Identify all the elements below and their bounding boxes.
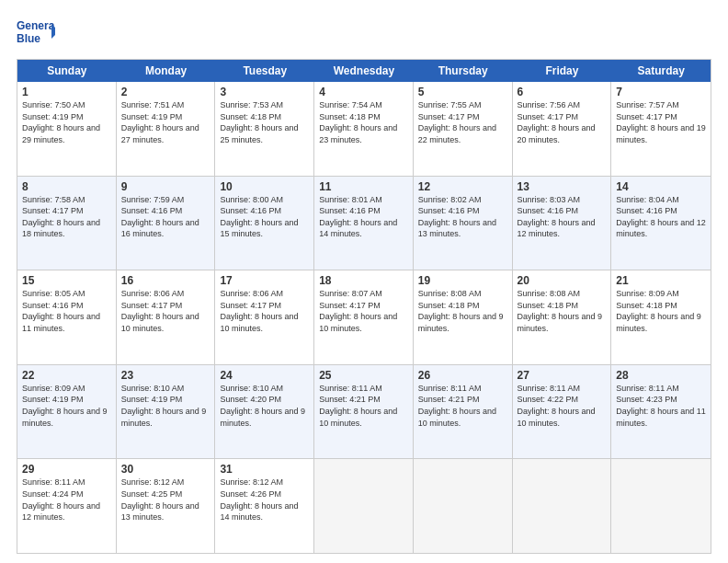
day-number: 5 xyxy=(418,86,507,98)
day-detail: Sunrise: 7:55 AMSunset: 4:17 PMDaylight:… xyxy=(418,99,507,145)
table-row: 30 Sunrise: 8:12 AMSunset: 4:25 PMDaylig… xyxy=(117,459,216,553)
table-row xyxy=(513,459,612,553)
day-number: 6 xyxy=(518,86,607,98)
day-detail: Sunrise: 8:09 AMSunset: 4:19 PMDaylight:… xyxy=(22,383,111,429)
table-row: 28 Sunrise: 8:11 AMSunset: 4:23 PMDaylig… xyxy=(611,365,711,459)
logo-svg: General Blue xyxy=(17,17,55,50)
day-detail: Sunrise: 8:04 AMSunset: 4:16 PMDaylight:… xyxy=(616,194,706,240)
table-row: 24 Sunrise: 8:10 AMSunset: 4:20 PMDaylig… xyxy=(215,365,314,459)
table-row xyxy=(414,459,513,553)
header-day-saturday: Saturday xyxy=(611,60,711,82)
calendar-body: 1 Sunrise: 7:50 AMSunset: 4:19 PMDayligh… xyxy=(17,82,711,553)
week-row-3: 15 Sunrise: 8:05 AMSunset: 4:16 PMDaylig… xyxy=(17,270,711,365)
header-day-monday: Monday xyxy=(117,60,216,82)
table-row: 14 Sunrise: 8:04 AMSunset: 4:16 PMDaylig… xyxy=(611,177,711,270)
day-number: 19 xyxy=(418,274,507,287)
table-row xyxy=(314,459,414,553)
header-day-wednesday: Wednesday xyxy=(314,60,414,82)
day-number: 4 xyxy=(319,86,408,98)
day-number: 20 xyxy=(518,274,607,287)
table-row: 3 Sunrise: 7:53 AMSunset: 4:18 PMDayligh… xyxy=(215,82,314,176)
day-number: 29 xyxy=(22,463,111,476)
day-number: 2 xyxy=(121,86,210,98)
day-number: 30 xyxy=(121,463,210,476)
table-row: 21 Sunrise: 8:09 AMSunset: 4:18 PMDaylig… xyxy=(611,270,711,364)
day-detail: Sunrise: 8:08 AMSunset: 4:18 PMDaylight:… xyxy=(518,288,607,334)
day-detail: Sunrise: 8:02 AMSunset: 4:16 PMDaylight:… xyxy=(418,194,507,240)
calendar-header: SundayMondayTuesdayWednesdayThursdayFrid… xyxy=(17,60,711,82)
day-number: 3 xyxy=(220,86,309,98)
day-detail: Sunrise: 8:06 AMSunset: 4:17 PMDaylight:… xyxy=(121,288,210,334)
day-detail: Sunrise: 8:00 AMSunset: 4:16 PMDaylight:… xyxy=(220,194,309,240)
day-detail: Sunrise: 8:06 AMSunset: 4:17 PMDaylight:… xyxy=(220,288,309,334)
day-detail: Sunrise: 8:10 AMSunset: 4:19 PMDaylight:… xyxy=(121,383,210,429)
day-detail: Sunrise: 8:01 AMSunset: 4:16 PMDaylight:… xyxy=(319,194,408,240)
week-row-2: 8 Sunrise: 7:58 AMSunset: 4:17 PMDayligh… xyxy=(17,177,711,271)
table-row: 7 Sunrise: 7:57 AMSunset: 4:17 PMDayligh… xyxy=(611,82,711,176)
day-detail: Sunrise: 8:11 AMSunset: 4:21 PMDaylight:… xyxy=(418,383,507,429)
day-detail: Sunrise: 8:11 AMSunset: 4:24 PMDaylight:… xyxy=(22,477,111,523)
table-row: 9 Sunrise: 7:59 AMSunset: 4:16 PMDayligh… xyxy=(117,177,216,270)
day-number: 14 xyxy=(616,180,706,193)
table-row: 2 Sunrise: 7:51 AMSunset: 4:19 PMDayligh… xyxy=(117,82,216,176)
table-row: 18 Sunrise: 8:07 AMSunset: 4:17 PMDaylig… xyxy=(314,270,414,364)
table-row: 5 Sunrise: 7:55 AMSunset: 4:17 PMDayligh… xyxy=(414,82,513,176)
day-detail: Sunrise: 8:12 AMSunset: 4:25 PMDaylight:… xyxy=(121,477,210,523)
day-number: 28 xyxy=(616,369,706,382)
day-detail: Sunrise: 8:08 AMSunset: 4:18 PMDaylight:… xyxy=(418,288,507,334)
day-detail: Sunrise: 8:03 AMSunset: 4:16 PMDaylight:… xyxy=(518,194,607,240)
day-number: 23 xyxy=(121,369,210,382)
logo: General Blue xyxy=(17,17,55,50)
day-detail: Sunrise: 7:53 AMSunset: 4:18 PMDaylight:… xyxy=(220,99,309,145)
day-number: 24 xyxy=(220,369,309,382)
table-row: 15 Sunrise: 8:05 AMSunset: 4:16 PMDaylig… xyxy=(17,270,117,364)
day-detail: Sunrise: 7:50 AMSunset: 4:19 PMDaylight:… xyxy=(22,99,111,145)
table-row: 19 Sunrise: 8:08 AMSunset: 4:18 PMDaylig… xyxy=(414,270,513,364)
table-row: 17 Sunrise: 8:06 AMSunset: 4:17 PMDaylig… xyxy=(215,270,314,364)
day-number: 10 xyxy=(220,180,309,193)
day-detail: Sunrise: 7:59 AMSunset: 4:16 PMDaylight:… xyxy=(121,194,210,240)
day-detail: Sunrise: 8:05 AMSunset: 4:16 PMDaylight:… xyxy=(22,288,111,334)
header-day-thursday: Thursday xyxy=(414,60,513,82)
table-row: 16 Sunrise: 8:06 AMSunset: 4:17 PMDaylig… xyxy=(117,270,216,364)
day-number: 26 xyxy=(418,369,507,382)
day-number: 12 xyxy=(418,180,507,193)
calendar: SundayMondayTuesdayWednesdayThursdayFrid… xyxy=(17,59,711,554)
table-row: 1 Sunrise: 7:50 AMSunset: 4:19 PMDayligh… xyxy=(17,82,117,176)
day-number: 7 xyxy=(616,86,706,98)
table-row: 26 Sunrise: 8:11 AMSunset: 4:21 PMDaylig… xyxy=(414,365,513,459)
day-number: 1 xyxy=(22,86,111,98)
day-detail: Sunrise: 8:09 AMSunset: 4:18 PMDaylight:… xyxy=(616,288,706,334)
table-row: 8 Sunrise: 7:58 AMSunset: 4:17 PMDayligh… xyxy=(17,177,117,270)
week-row-5: 29 Sunrise: 8:11 AMSunset: 4:24 PMDaylig… xyxy=(17,459,711,553)
header-day-tuesday: Tuesday xyxy=(215,60,314,82)
day-detail: Sunrise: 8:10 AMSunset: 4:20 PMDaylight:… xyxy=(220,383,309,429)
day-number: 22 xyxy=(22,369,111,382)
table-row: 23 Sunrise: 8:10 AMSunset: 4:19 PMDaylig… xyxy=(117,365,216,459)
day-detail: Sunrise: 8:11 AMSunset: 4:21 PMDaylight:… xyxy=(319,383,408,429)
day-detail: Sunrise: 7:54 AMSunset: 4:18 PMDaylight:… xyxy=(319,99,408,145)
table-row: 10 Sunrise: 8:00 AMSunset: 4:16 PMDaylig… xyxy=(215,177,314,270)
table-row: 31 Sunrise: 8:12 AMSunset: 4:26 PMDaylig… xyxy=(215,459,314,553)
day-number: 25 xyxy=(319,369,408,382)
day-number: 11 xyxy=(319,180,408,193)
table-row: 27 Sunrise: 8:11 AMSunset: 4:22 PMDaylig… xyxy=(513,365,612,459)
week-row-1: 1 Sunrise: 7:50 AMSunset: 4:19 PMDayligh… xyxy=(17,82,711,177)
table-row: 6 Sunrise: 7:56 AMSunset: 4:17 PMDayligh… xyxy=(513,82,612,176)
day-number: 18 xyxy=(319,274,408,287)
header-day-friday: Friday xyxy=(513,60,612,82)
table-row: 29 Sunrise: 8:11 AMSunset: 4:24 PMDaylig… xyxy=(17,459,117,553)
day-number: 9 xyxy=(121,180,210,193)
day-detail: Sunrise: 7:51 AMSunset: 4:19 PMDaylight:… xyxy=(121,99,210,145)
svg-text:Blue: Blue xyxy=(17,32,40,45)
header: General Blue xyxy=(17,17,711,50)
day-number: 8 xyxy=(22,180,111,193)
day-number: 15 xyxy=(22,274,111,287)
day-detail: Sunrise: 7:56 AMSunset: 4:17 PMDaylight:… xyxy=(518,99,607,145)
day-number: 16 xyxy=(121,274,210,287)
day-number: 31 xyxy=(220,463,309,476)
day-number: 13 xyxy=(518,180,607,193)
table-row: 11 Sunrise: 8:01 AMSunset: 4:16 PMDaylig… xyxy=(314,177,414,270)
day-detail: Sunrise: 8:12 AMSunset: 4:26 PMDaylight:… xyxy=(220,477,309,523)
table-row: 13 Sunrise: 8:03 AMSunset: 4:16 PMDaylig… xyxy=(513,177,612,270)
